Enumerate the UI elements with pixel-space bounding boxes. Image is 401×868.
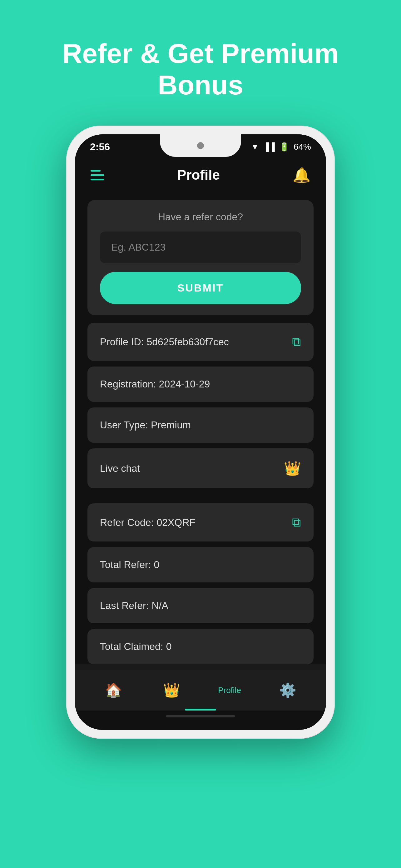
menu-line-2 bbox=[91, 174, 104, 176]
active-indicator bbox=[185, 709, 216, 711]
wifi-icon: ▼ bbox=[251, 142, 259, 152]
last-refer-text: Last Refer: N/A bbox=[100, 600, 168, 612]
page-title: Profile bbox=[177, 167, 220, 183]
copy-profile-id-icon[interactable]: ⧉ bbox=[292, 335, 301, 349]
registration-row: Registration: 2024-10-29 bbox=[88, 367, 313, 402]
menu-button[interactable] bbox=[91, 170, 104, 180]
app-content: Have a refer code? Eg. ABC123 SUBMIT Pro… bbox=[75, 191, 326, 664]
refer-code-row[interactable]: Refer Code: 02XQRF ⧉ bbox=[88, 503, 313, 541]
app-header: Profile 🔔 bbox=[75, 159, 326, 191]
copy-refer-code-icon[interactable]: ⧉ bbox=[292, 515, 301, 530]
nav-premium[interactable]: 👑 bbox=[142, 682, 201, 698]
home-icon: 🏠 bbox=[105, 682, 122, 698]
menu-line-1 bbox=[91, 170, 101, 172]
section-gap bbox=[88, 494, 313, 503]
total-claimed-row: Total Claimed: 0 bbox=[88, 629, 313, 664]
menu-line-3 bbox=[91, 179, 104, 180]
phone-screen: 2:56 ▼ ▐▐ 🔋 64% Profile 🔔 bbox=[75, 134, 326, 730]
front-camera bbox=[197, 142, 204, 149]
premium-crown-icon: 👑 bbox=[284, 460, 301, 476]
refer-code-input[interactable]: Eg. ABC123 bbox=[100, 231, 301, 263]
nav-settings[interactable]: ⚙️ bbox=[259, 682, 317, 698]
total-refer-text: Total Refer: 0 bbox=[100, 559, 159, 570]
submit-button[interactable]: SUBMIT bbox=[100, 272, 301, 304]
battery-level: 64% bbox=[294, 142, 311, 152]
home-indicator bbox=[166, 715, 235, 717]
status-time: 2:56 bbox=[90, 141, 110, 153]
live-chat-text: Live chat bbox=[100, 463, 140, 474]
nav-profile-label: Profile bbox=[218, 685, 241, 695]
profile-id-row[interactable]: Profile ID: 5d625feb630f7cec ⧉ bbox=[88, 323, 313, 361]
hero-title: Refer & Get Premium Bonus bbox=[0, 37, 401, 101]
status-icons: ▼ ▐▐ 🔋 64% bbox=[251, 142, 311, 152]
crown-nav-icon: 👑 bbox=[163, 682, 180, 698]
total-refer-row: Total Refer: 0 bbox=[88, 547, 313, 582]
total-claimed-text: Total Claimed: 0 bbox=[100, 641, 171, 652]
last-refer-row: Last Refer: N/A bbox=[88, 588, 313, 623]
notch bbox=[160, 134, 241, 157]
live-chat-row[interactable]: Live chat 👑 bbox=[88, 448, 313, 488]
profile-id-text: Profile ID: 5d625feb630f7cec bbox=[100, 336, 229, 348]
refer-code-value-text: Refer Code: 02XQRF bbox=[100, 517, 196, 528]
status-bar: 2:56 ▼ ▐▐ 🔋 64% bbox=[75, 134, 326, 159]
nav-home[interactable]: 🏠 bbox=[84, 682, 142, 698]
registration-text: Registration: 2024-10-29 bbox=[100, 378, 210, 390]
battery-icon: 🔋 bbox=[279, 142, 289, 152]
nav-profile[interactable]: Profile bbox=[201, 685, 259, 695]
notification-bell-icon[interactable]: 🔔 bbox=[293, 166, 310, 183]
phone-mockup: 2:56 ▼ ▐▐ 🔋 64% Profile 🔔 bbox=[66, 126, 335, 739]
signal-icon: ▐▐ bbox=[263, 142, 275, 152]
refer-code-card: Have a refer code? Eg. ABC123 SUBMIT bbox=[88, 200, 313, 315]
user-type-row: User Type: Premium bbox=[88, 407, 313, 443]
user-type-text: User Type: Premium bbox=[100, 419, 191, 431]
settings-icon: ⚙️ bbox=[279, 682, 296, 698]
refer-code-label: Have a refer code? bbox=[100, 211, 301, 223]
bottom-navigation: 🏠 👑 Profile ⚙️ bbox=[75, 670, 326, 711]
